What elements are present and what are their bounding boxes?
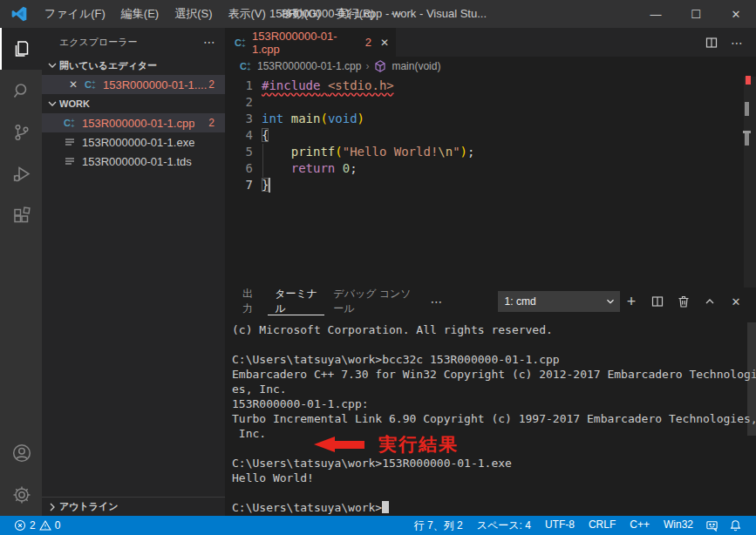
code-token: #include — [262, 78, 320, 92]
close-panel-button[interactable]: ✕ — [725, 291, 747, 312]
split-terminal-button[interactable] — [646, 291, 669, 312]
notifications-button[interactable] — [724, 519, 747, 532]
line-number: 5 — [225, 144, 253, 160]
code-line: 1#include <stdio.h> — [225, 78, 756, 94]
activity-source-control[interactable] — [0, 112, 42, 153]
svg-text:+: + — [71, 122, 75, 130]
split-editor-icon[interactable] — [705, 36, 719, 50]
outline-section[interactable]: アウトライン — [42, 497, 225, 516]
tab-active[interactable]: C++ 153R000000-01-1.cpp 2 ✕ — [225, 28, 396, 57]
code-token — [262, 161, 291, 175]
cpp-file-icon: C++ — [239, 59, 253, 73]
settings-gear-icon — [11, 484, 32, 505]
account-icon — [10, 442, 33, 464]
code-token — [335, 161, 342, 175]
svg-text:C: C — [235, 37, 242, 48]
file-item-exe[interactable]: 153R000000-01-1.exe — [42, 132, 225, 152]
open-editor-item[interactable]: ✕ C++ 153R000000-01-1.... 2 — [42, 75, 225, 94]
menu-item[interactable]: 編集(E) — [113, 0, 167, 28]
code-editor[interactable]: 1#include <stdio.h>23int main(void)4{5 p… — [225, 76, 756, 193]
file-name: 153R000000-01-1.exe — [82, 136, 194, 149]
svg-text:C: C — [64, 118, 71, 128]
code-token: \n — [438, 145, 453, 159]
breadcrumb-symbol[interactable]: main(void) — [392, 60, 440, 72]
problems-status[interactable]: 2 0 — [10, 519, 64, 532]
tab-close-icon[interactable]: ✕ — [380, 37, 389, 49]
chevron-right-icon — [45, 500, 59, 514]
code-line: 7} — [225, 177, 756, 193]
kill-terminal-button[interactable] — [672, 291, 695, 312]
svg-text:+: + — [92, 84, 96, 91]
chevron-down-icon — [45, 58, 59, 72]
file-item-tds[interactable]: 153R000000-01-1.tds — [42, 152, 225, 171]
breadcrumb[interactable]: C++ 153R000000-01-1.cpp › main(void) — [225, 57, 756, 76]
overview-error-mark — [746, 76, 751, 85]
new-terminal-button[interactable]: + — [620, 291, 643, 312]
close-editor-icon[interactable]: ✕ — [66, 78, 80, 91]
panel-tab-terminal[interactable]: ターミナル — [268, 288, 324, 315]
overview-mark — [745, 133, 749, 146]
line-number: 7 — [225, 177, 253, 193]
activity-explorer[interactable] — [0, 28, 42, 70]
terminal-line: C:\Users\tatsuya\work>bcc32c 153R000000-… — [232, 352, 744, 367]
open-editors-header[interactable]: 開いているエディター — [42, 56, 225, 75]
code-token: " — [453, 145, 460, 159]
maximize-button[interactable]: ☐ — [676, 0, 716, 28]
status-item[interactable]: UTF-8 — [538, 518, 582, 533]
feedback-button[interactable] — [700, 519, 724, 532]
menu-item[interactable]: 表示(V) — [221, 0, 274, 28]
svg-text:C: C — [240, 61, 247, 71]
terminal-line: 153R000000-01-1.cpp: — [232, 396, 744, 411]
code-line: 2 — [225, 94, 756, 111]
explorer-more-icon[interactable]: ⋯ — [203, 35, 216, 49]
terminal-line: Embarcadero C++ 7.30 for Win32 Copyright… — [232, 367, 744, 382]
breadcrumb-separator: › — [365, 60, 369, 72]
code-text: { — [262, 127, 269, 144]
tab-problems-badge: 2 — [365, 36, 371, 49]
folder-header-work[interactable]: WORK — [42, 94, 225, 113]
indent-guide — [262, 144, 263, 177]
account-button[interactable] — [0, 432, 42, 474]
close-button[interactable]: ✕ — [716, 0, 756, 28]
minimize-button[interactable]: — — [636, 0, 676, 28]
panel-tab-debug-console[interactable]: デバッグ コンソール — [326, 288, 419, 315]
panel-more-icon[interactable]: ⋯ — [422, 295, 453, 308]
status-item[interactable]: CRLF — [582, 518, 623, 533]
tab-label: 153R000000-01-1.cpp — [252, 30, 360, 56]
text-cursor — [269, 178, 270, 193]
editor-group: C++ 153R000000-01-1.cpp 2 ✕ ⋯ C++ 153R00… — [225, 28, 756, 288]
terminal-line — [232, 441, 744, 456]
breadcrumb-file[interactable]: 153R000000-01-1.cpp — [257, 60, 361, 72]
file-item-cpp[interactable]: C++ 153R000000-01-1.cpp 2 — [42, 113, 225, 132]
settings-button[interactable] — [0, 474, 42, 516]
overview-mark — [745, 102, 749, 116]
status-item[interactable]: Win32 — [657, 518, 700, 533]
status-item[interactable]: 行 7、列 2 — [407, 518, 470, 533]
code-token: return — [291, 161, 336, 175]
svg-text:+: + — [242, 42, 246, 50]
chevron-up-icon — [703, 295, 717, 308]
status-item[interactable]: C++ — [623, 518, 657, 533]
panel-tab-output[interactable]: 出力 — [235, 288, 266, 315]
status-item[interactable]: スペース: 4 — [470, 518, 538, 533]
maximize-panel-button[interactable] — [698, 291, 721, 312]
terminal-scrollbar[interactable] — [747, 322, 756, 436]
menu-item[interactable]: ファイル(F) — [37, 0, 113, 28]
left-arrow-icon — [335, 441, 364, 449]
panel-bar: 出力 ターミナル デバッグ コンソール ⋯ 1: cmd + ✕ — [225, 288, 756, 315]
terminal[interactable]: (c) Microsoft Corporation. All rights re… — [232, 322, 744, 516]
terminal-select[interactable]: 1: cmd — [498, 291, 620, 312]
terminal-line: C:\Users\tatsuya\work> — [232, 500, 744, 515]
activity-search[interactable] — [0, 70, 42, 112]
activity-extensions[interactable] — [0, 195, 42, 237]
activity-run-debug[interactable] — [0, 153, 42, 195]
editor-more-icon[interactable]: ⋯ — [731, 36, 744, 50]
code-line: 5 printf("Hello World!\n"); — [225, 144, 756, 160]
vscode-logo-icon — [10, 5, 28, 23]
code-token: ; — [467, 145, 474, 159]
terminal-line — [232, 485, 744, 500]
code-text: int main(void) — [262, 111, 364, 127]
code-token: printf — [291, 145, 336, 159]
menu-item[interactable]: 選択(S) — [167, 0, 220, 28]
split-terminal-icon — [650, 295, 664, 308]
